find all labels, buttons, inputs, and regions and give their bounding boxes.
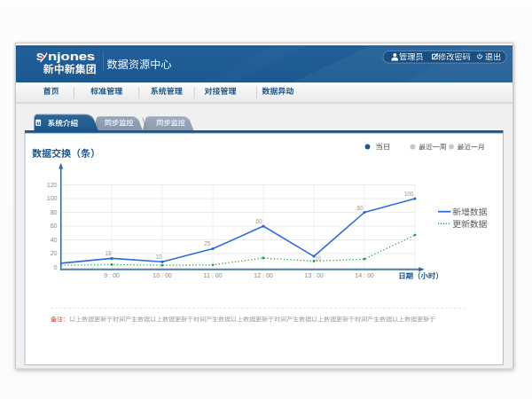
- svg-text:80: 80: [51, 209, 58, 215]
- svg-text:10 : 00: 10 : 00: [153, 272, 172, 278]
- svg-text:12 : 00: 12 : 00: [254, 272, 273, 278]
- svg-text:80: 80: [356, 205, 364, 211]
- svg-text:20: 20: [51, 250, 58, 256]
- svg-text:10: 10: [155, 254, 162, 260]
- svg-text:18: 18: [105, 250, 112, 256]
- svg-text:60: 60: [255, 218, 262, 224]
- svg-text:10: 10: [315, 255, 322, 262]
- svg-text:14 : 00: 14 : 00: [355, 272, 374, 278]
- svg-text:100: 100: [404, 191, 414, 197]
- svg-text:60: 60: [51, 223, 58, 229]
- svg-text:25: 25: [204, 240, 211, 246]
- svg-text:100: 100: [47, 195, 58, 201]
- svg-text:120: 120: [47, 182, 58, 188]
- svg-text:0: 0: [54, 264, 58, 270]
- svg-text:njones: njones: [48, 51, 95, 63]
- svg-text:40: 40: [51, 237, 58, 243]
- svg-text:11 : 00: 11 : 00: [204, 272, 223, 278]
- svg-text:9 : 00: 9 : 00: [104, 272, 120, 278]
- svg-text:13 : 00: 13 : 00: [304, 272, 324, 278]
